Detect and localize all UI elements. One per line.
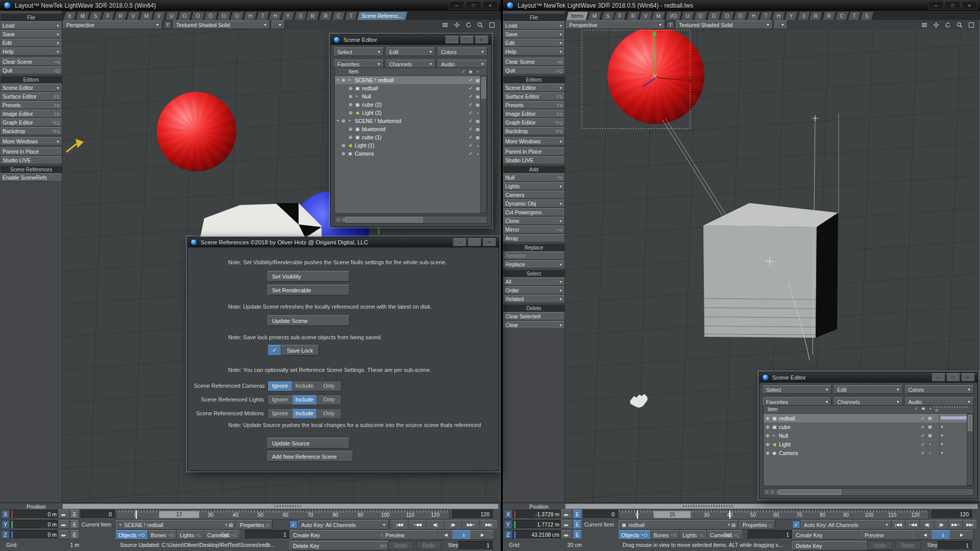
check-column-icon[interactable]: ✓ — [913, 406, 920, 413]
autokey-checkbox[interactable]: ✓ — [792, 520, 800, 529]
scroll-box[interactable] — [336, 217, 340, 222]
transport-button[interactable]: ◀|| — [427, 520, 444, 530]
sidebar-button[interactable]: Load▼ — [1, 21, 62, 30]
visibility-check-icon[interactable]: ✓ — [467, 151, 474, 156]
sidebar-button[interactable]: Save▼ — [1, 30, 62, 38]
ribbon-tab[interactable]: O — [178, 11, 192, 20]
sidebar-button[interactable]: More Windows▼ — [503, 137, 565, 145]
mode-button[interactable]: Objects+O — [116, 530, 148, 540]
sidebar-button[interactable]: Graph Editor^F2 — [1, 118, 62, 127]
expand-channels-icon[interactable]: ⊕ — [341, 151, 348, 156]
scene-editor-row[interactable]: ⊕ ▣ redball ✓ ▦ — [764, 414, 973, 422]
y-stepper[interactable]: ◀▶ — [58, 520, 69, 529]
pan-icon[interactable] — [932, 21, 941, 29]
sidebar-button[interactable]: Replace▼ — [503, 260, 565, 268]
set-visibility-button[interactable]: Set Visiblity — [267, 271, 350, 282]
ribbon-tab[interactable]: V — [127, 11, 140, 20]
expand-channels-icon[interactable]: ⊕ — [349, 127, 355, 132]
option-only[interactable]: Only — [317, 381, 341, 391]
create-key-button[interactable]: Create Keyret — [289, 530, 390, 540]
scene-editor-row[interactable]: ⊕ ▣ cube (1) ✓ ▦ — [335, 133, 487, 141]
check-column-icon[interactable]: ✓ — [460, 69, 467, 74]
scene-editor-row[interactable]: ⊕ ▣ bluetoroid ✓ ▦ — [335, 125, 487, 133]
ribbon-tab[interactable]: R — [306, 11, 320, 20]
ribbon-tab[interactable]: I/O — [665, 11, 682, 20]
minimize-button[interactable]: ─ — [453, 238, 467, 246]
expand-channels-icon[interactable]: ⊕ — [764, 424, 772, 430]
ribbon-tab[interactable]: U — [681, 11, 695, 20]
undo-button[interactable]: Undo — [867, 541, 893, 550]
shading-dropdown[interactable]: Textured Shaded Solid▼ — [173, 20, 270, 29]
sidebar-button[interactable]: Enable SceneRefs — [1, 173, 62, 182]
maximize-button[interactable]: □ — [946, 373, 960, 382]
maximize-view-icon[interactable] — [487, 21, 497, 29]
titlebar[interactable]: Layout™ NewTek LightWave 3D® 2018.0.5 (W… — [503, 0, 980, 11]
ribbon-tab[interactable]: H — [746, 11, 760, 20]
expand-channels-icon[interactable]: ⊕ — [341, 78, 348, 83]
transport-button[interactable]: ▶▶| — [963, 520, 976, 530]
visibility-check-icon[interactable]: ✓ — [467, 86, 474, 91]
visibility-check-icon[interactable]: ✓ — [467, 127, 474, 132]
render-style-icon[interactable]: • — [926, 450, 934, 455]
ribbon-tab[interactable]: C — [332, 11, 346, 20]
expand-channels-icon[interactable]: ⊕ — [764, 450, 772, 456]
eye-column-icon[interactable]: ◉ — [920, 406, 927, 413]
save-lock-toggle[interactable]: ✓ Save Lock — [267, 345, 319, 356]
expand-channels-icon[interactable]: ⊕ — [764, 433, 772, 438]
option-only[interactable]: Only — [317, 395, 341, 405]
sidebar-button[interactable]: Image EditorF6 — [503, 110, 565, 118]
checkbox-check-icon[interactable]: ✓ — [267, 345, 281, 356]
expand-channels-icon[interactable]: ⊕ — [349, 135, 355, 140]
scroll-box[interactable] — [770, 490, 775, 494]
sidebar-button[interactable]: Help▼ — [1, 47, 62, 56]
ribbon-tab[interactable]: R — [114, 11, 128, 20]
sidebar-button[interactable]: PresetsF8 — [503, 101, 565, 109]
visibility-check-icon[interactable]: ✓ — [919, 424, 926, 430]
ribbon-tab[interactable]: R — [626, 11, 640, 20]
minimize-button[interactable]: ─ — [928, 1, 944, 10]
eye-column-icon[interactable]: ◉ — [467, 69, 474, 74]
scene-editor-row[interactable]: ⊕ + Null ✓ ▦ — [764, 431, 973, 440]
visibility-check-icon[interactable]: ✓ — [919, 433, 926, 438]
minimize-button[interactable]: ─ — [449, 1, 464, 10]
ribbon-tab[interactable]: V — [639, 11, 653, 20]
visibility-check-icon[interactable]: ✓ — [467, 143, 474, 148]
scene-editor-dropdown[interactable]: Edit▼ — [834, 385, 902, 394]
lock-column-icon[interactable]: ▪ — [927, 406, 934, 413]
close-button[interactable]: × — [961, 373, 975, 382]
ribbon-tab[interactable]: O — [733, 11, 748, 20]
ribbon-tab[interactable]: H — [268, 11, 282, 20]
current-frame-field[interactable]: 0 — [583, 510, 618, 519]
list-column-header[interactable]: Item ✓ ◉ ▪ 0 — [764, 406, 973, 414]
transport-button[interactable]: +◀◀ — [409, 520, 426, 530]
sidebar-button[interactable]: Quit+Q — [1, 66, 62, 74]
sidebar-button[interactable]: Clear Scene+N — [503, 58, 565, 66]
set-renderable-button[interactable]: Set Renderable — [267, 285, 350, 295]
sidebar-button[interactable]: Order▼ — [503, 286, 565, 294]
option-only[interactable]: Only — [317, 409, 341, 418]
sidebar-button[interactable]: More Windows▼ — [1, 137, 62, 145]
sidebar-button[interactable]: Load▼ — [503, 21, 565, 30]
scene-editor-dropdown[interactable]: Colors▼ — [905, 385, 974, 394]
sidebar-button[interactable]: Surface EditorF5 — [503, 92, 565, 101]
render-style-icon[interactable]: • — [926, 442, 934, 446]
ribbon-tab[interactable]: O — [720, 11, 734, 20]
sidebar-button[interactable]: Parent in Place — [1, 147, 62, 156]
sidebar-button[interactable]: Clone▼ — [503, 217, 565, 225]
visibility-check-icon[interactable]: ✓ — [467, 135, 474, 140]
menu-icon[interactable] — [440, 21, 450, 29]
sidebar-button[interactable]: PresetsF8 — [1, 101, 62, 109]
preview-dropdown[interactable]: Preview▼ — [382, 530, 439, 540]
expand-channels-icon[interactable]: ⊕ — [341, 143, 348, 148]
pan-icon[interactable] — [452, 21, 461, 29]
y-position-field[interactable]: 0 m — [10, 520, 60, 529]
ribbon-tab[interactable]: T — [256, 11, 270, 20]
expand-channels-icon[interactable]: ⊕ — [349, 86, 355, 91]
render-style-icon[interactable]: ▦ — [926, 416, 934, 420]
ribbon-tab[interactable]: H — [772, 11, 786, 20]
mode-button[interactable]: Bones+B — [149, 530, 177, 540]
close-button[interactable]: × — [475, 36, 488, 44]
ribbon-tab[interactable]: T — [848, 11, 861, 20]
ribbon-tab[interactable]: R — [822, 11, 836, 20]
redo-button[interactable]: Redo — [895, 541, 921, 550]
